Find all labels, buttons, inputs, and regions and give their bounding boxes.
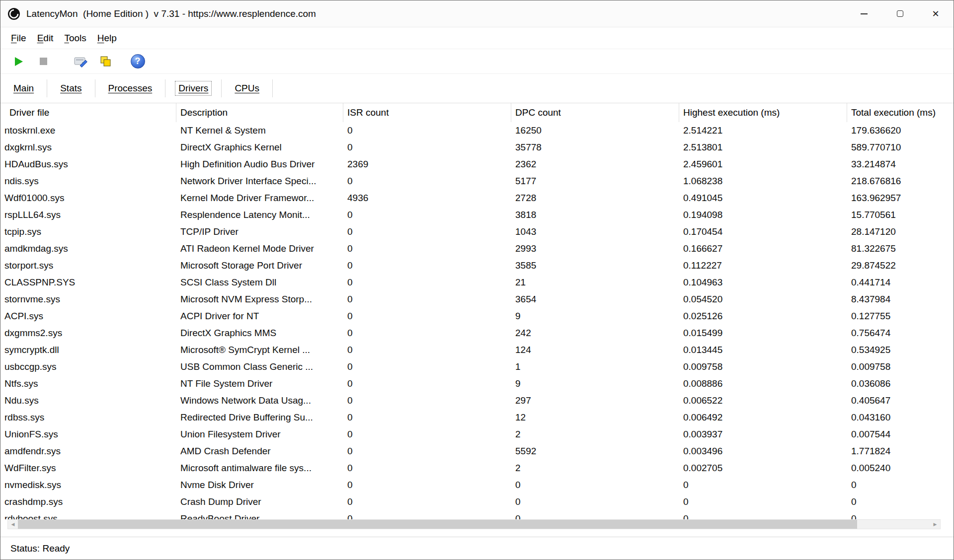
tab-label: Processes bbox=[105, 81, 156, 95]
cell: ATI Radeon Kernel Mode Driver bbox=[176, 240, 343, 257]
table-row[interactable]: crashdmp.sysCrash Dump Driver0000 bbox=[0, 493, 954, 510]
table-row[interactable]: stornvme.sysMicrosoft NVM Express Storp.… bbox=[0, 291, 954, 308]
table-row[interactable]: storport.sysMicrosoft Storage Port Drive… bbox=[0, 257, 954, 274]
column-header-3[interactable]: DPC count bbox=[511, 103, 679, 122]
cell: AMD Crash Defender bbox=[176, 443, 343, 460]
table-row[interactable]: HDAudBus.sysHigh Definition Audio Bus Dr… bbox=[0, 156, 954, 173]
table-row[interactable]: Ndu.sysWindows Network Data Usag...02970… bbox=[0, 392, 954, 409]
table-row[interactable]: amdfendr.sysAMD Crash Defender055920.003… bbox=[0, 443, 954, 460]
cell: 0.756474 bbox=[847, 325, 954, 342]
table-row[interactable]: nvmedisk.sysNvme Disk Driver0000 bbox=[0, 477, 954, 493]
table-row[interactable]: rspLLL64.sysResplendence Latency Monit..… bbox=[0, 207, 954, 223]
menu-item-help[interactable]: Help bbox=[92, 33, 122, 44]
cell: 8.437984 bbox=[847, 291, 954, 308]
menu-item-edit[interactable]: Edit bbox=[32, 33, 59, 44]
cell: 0.166627 bbox=[679, 240, 847, 257]
cell: ntoskrnl.exe bbox=[0, 122, 176, 139]
column-header-4[interactable]: Highest execution (ms) bbox=[679, 103, 847, 122]
cell: 3654 bbox=[511, 291, 679, 308]
title-bar: LatencyMon (Home Edition ) v 7.31 - http… bbox=[0, 0, 954, 27]
tab-bar: MainStatsProcessesDriversCPUs bbox=[0, 74, 954, 103]
drivers-table: Driver fileDescriptionISR countDPC count… bbox=[0, 103, 954, 529]
minimize-button[interactable] bbox=[846, 0, 882, 27]
tab-cpus[interactable]: CPUs bbox=[222, 79, 273, 97]
cell: 2 bbox=[511, 460, 679, 477]
table-row[interactable]: symcryptk.dllMicrosoft® SymCrypt Kernel … bbox=[0, 342, 954, 358]
copy-icon bbox=[99, 55, 112, 68]
table-row[interactable]: usbccgp.sysUSB Common Class Generic ...0… bbox=[0, 358, 954, 375]
table-row[interactable]: CLASSPNP.SYSSCSI Class System Dll0210.10… bbox=[0, 274, 954, 291]
save-report-button[interactable] bbox=[71, 52, 91, 71]
cell: 0.104963 bbox=[679, 274, 847, 291]
cell: 0 bbox=[343, 274, 511, 291]
cell: 0 bbox=[343, 477, 511, 493]
cell: 2993 bbox=[511, 240, 679, 257]
scroll-right-arrow[interactable]: ▶ bbox=[930, 520, 940, 529]
column-header-2[interactable]: ISR count bbox=[343, 103, 511, 122]
table-row[interactable]: amdkmdag.sysATI Radeon Kernel Mode Drive… bbox=[0, 240, 954, 257]
tab-processes[interactable]: Processes bbox=[95, 79, 166, 97]
cell: 3818 bbox=[511, 207, 679, 223]
cell: 0 bbox=[343, 207, 511, 223]
cell: 1.068238 bbox=[679, 173, 847, 190]
scroll-left-arrow[interactable]: ◀ bbox=[8, 520, 18, 529]
scrollbar-track[interactable] bbox=[18, 520, 930, 529]
table-row[interactable]: ACPI.sysACPI Driver for NT090.0251260.12… bbox=[0, 308, 954, 325]
cell: 0 bbox=[343, 173, 511, 190]
tab-main[interactable]: Main bbox=[0, 79, 47, 97]
table-row[interactable]: ntoskrnl.exeNT Kernel & System0162502.51… bbox=[0, 122, 954, 139]
column-header-0[interactable]: Driver file bbox=[0, 103, 176, 122]
help-icon: ? bbox=[131, 54, 145, 69]
menu-bar: FileEditToolsHelp bbox=[0, 27, 954, 49]
cell: High Definition Audio Bus Driver bbox=[176, 156, 343, 173]
cell: ReadyBoost Driver bbox=[176, 510, 343, 519]
menu-item-file[interactable]: File bbox=[5, 33, 32, 44]
cell: 28.147120 bbox=[847, 223, 954, 240]
table-row[interactable]: dxgkrnl.sysDirectX Graphics Kernel035778… bbox=[0, 139, 954, 156]
stop-monitor-button[interactable] bbox=[33, 52, 53, 71]
cell: Union Filesystem Driver bbox=[176, 426, 343, 443]
help-button[interactable]: ? bbox=[128, 52, 148, 71]
cell: 2.513801 bbox=[679, 139, 847, 156]
cell: storport.sys bbox=[0, 257, 176, 274]
cell: 0.002705 bbox=[679, 460, 847, 477]
cell: symcryptk.dll bbox=[0, 342, 176, 358]
tab-drivers[interactable]: Drivers bbox=[165, 79, 222, 97]
table-row[interactable]: Wdf01000.sysKernel Mode Driver Framewor.… bbox=[0, 190, 954, 207]
table-row[interactable]: rdbss.sysRedirected Drive Buffering Su..… bbox=[0, 409, 954, 426]
cell: 0.003496 bbox=[679, 443, 847, 460]
cell: 0 bbox=[343, 375, 511, 392]
cell: 0 bbox=[343, 139, 511, 156]
table-row[interactable]: ndis.sysNetwork Driver Interface Speci..… bbox=[0, 173, 954, 190]
cell: Microsoft® SymCrypt Kernel ... bbox=[176, 342, 343, 358]
column-header-5[interactable]: Total execution (ms) bbox=[847, 103, 954, 122]
cell: DirectX Graphics Kernel bbox=[176, 139, 343, 156]
cell: 0 bbox=[679, 477, 847, 493]
scrollbar-thumb[interactable] bbox=[18, 520, 857, 529]
cell: 0 bbox=[511, 493, 679, 510]
table-row[interactable]: dxgmms2.sysDirectX Graphics MMS02420.015… bbox=[0, 325, 954, 342]
cell: rspLLL64.sys bbox=[0, 207, 176, 223]
table-row[interactable]: tcpip.sysTCP/IP Driver010430.17045428.14… bbox=[0, 223, 954, 240]
maximize-button[interactable] bbox=[882, 0, 918, 27]
window-title: LatencyMon (Home Edition ) v 7.31 - http… bbox=[26, 8, 316, 19]
tab-stats[interactable]: Stats bbox=[47, 79, 95, 97]
cell: ACPI Driver for NT bbox=[176, 308, 343, 325]
cell: 0 bbox=[847, 510, 954, 519]
cell: 0.043160 bbox=[847, 409, 954, 426]
cell: 0 bbox=[343, 223, 511, 240]
cell: Ndu.sys bbox=[0, 392, 176, 409]
table-row[interactable]: WdFilter.sysMicrosoft antimalware file s… bbox=[0, 460, 954, 477]
column-header-1[interactable]: Description bbox=[176, 103, 343, 122]
table-row[interactable]: UnionFS.sysUnion Filesystem Driver020.00… bbox=[0, 426, 954, 443]
copy-report-button[interactable] bbox=[96, 52, 116, 71]
table-row[interactable]: rdyboost.sysReadyBoost Driver0000 bbox=[0, 510, 954, 519]
close-button[interactable]: ✕ bbox=[918, 0, 954, 27]
menu-item-tools[interactable]: Tools bbox=[59, 33, 91, 44]
start-monitor-button[interactable] bbox=[8, 52, 28, 71]
cell: 0.009758 bbox=[679, 358, 847, 375]
cell: 124 bbox=[511, 342, 679, 358]
cell: 2 bbox=[511, 426, 679, 443]
table-row[interactable]: Ntfs.sysNT File System Driver090.0088860… bbox=[0, 375, 954, 392]
horizontal-scrollbar[interactable]: ◀ ▶ bbox=[7, 519, 941, 529]
